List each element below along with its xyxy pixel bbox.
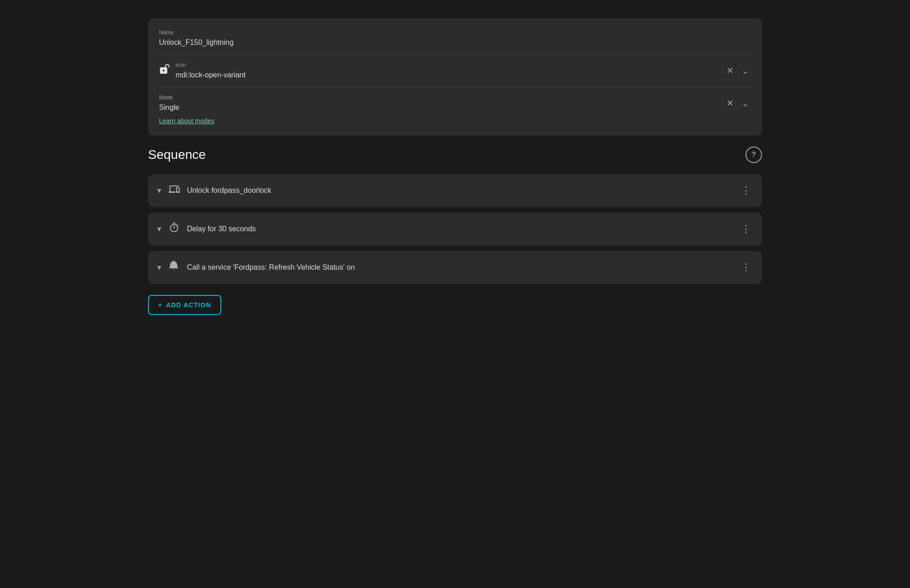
device-svg [169, 184, 180, 195]
sequence-help-button[interactable]: ? [746, 147, 762, 163]
sequence-item-service-left: ▾ Call a service 'Fordpass: Refresh Vehi… [157, 261, 355, 274]
service-call-icon [169, 261, 180, 274]
name-value: Unlock_F150_lightning [159, 38, 751, 47]
name-field-group: Name Unlock_F150_lightning [159, 29, 751, 54]
icon-field-content: Icon mdi:lock-open-variant [175, 62, 246, 79]
mode-field-controls: ✕ ⌄ [724, 96, 751, 110]
mode-clear-x-icon: ✕ [726, 98, 734, 108]
icon-field-group: Icon mdi:lock-open-variant ✕ ⌄ [159, 54, 751, 87]
unlock-more-dots-icon: ⋮ [741, 185, 751, 196]
icon-dropdown-button[interactable]: ⌄ [740, 63, 751, 78]
sequence-item-unlock-left: ▾ Unlock fordpass_doorlock [157, 184, 271, 197]
delay-more-dots-icon: ⋮ [741, 223, 751, 235]
icon-label: Icon [175, 62, 246, 68]
icon-field-left: Icon mdi:lock-open-variant [159, 62, 246, 79]
lock-open-svg [159, 64, 170, 75]
delay-timer-icon [169, 222, 180, 236]
unlock-chevron-down-icon: ▾ [157, 185, 161, 196]
icon-field-controls: ✕ ⌄ [724, 63, 751, 78]
sequence-header: Sequence ? [148, 147, 762, 163]
sequence-list: ▾ Unlock fordpass_doorlock ⋮ ▾ [148, 174, 762, 284]
sequence-item-service: ▾ Call a service 'Fordpass: Refresh Vehi… [148, 251, 762, 284]
learn-about-modes-link[interactable]: Learn about modes [159, 117, 751, 125]
mode-value: Single [159, 103, 179, 112]
service-item-chevron-button[interactable]: ▾ [157, 262, 161, 272]
mode-dropdown-button[interactable]: ⌄ [740, 96, 751, 110]
icon-value: mdi:lock-open-variant [175, 71, 246, 79]
sequence-item-unlock: ▾ Unlock fordpass_doorlock ⋮ [148, 174, 762, 207]
mode-field-left: Mode Single [159, 94, 179, 112]
icon-chevron-down-icon: ⌄ [741, 65, 749, 76]
mode-label: Mode [159, 94, 179, 101]
delay-chevron-down-icon: ▾ [157, 224, 161, 234]
add-action-button[interactable]: + ADD ACTION [148, 295, 221, 315]
service-item-label: Call a service 'Fordpass: Refresh Vehicl… [187, 263, 355, 272]
service-chevron-down-icon: ▾ [157, 262, 161, 272]
name-label: Name [159, 29, 751, 36]
delay-item-chevron-button[interactable]: ▾ [157, 224, 161, 234]
unlock-device-icon [169, 184, 180, 197]
lock-open-icon [159, 64, 170, 77]
unlock-item-chevron-button[interactable]: ▾ [157, 185, 161, 196]
sequence-item-delay-left: ▾ Delay for 30 seconds [157, 222, 256, 236]
sequence-item-delay: ▾ Delay for 30 seconds ⋮ [148, 212, 762, 245]
unlock-item-label: Unlock fordpass_doorlock [187, 186, 271, 195]
mode-clear-button[interactable]: ✕ [724, 97, 736, 109]
service-item-more-button[interactable]: ⋮ [739, 260, 753, 275]
service-more-dots-icon: ⋮ [741, 261, 751, 273]
unlock-item-more-button[interactable]: ⋮ [739, 183, 753, 198]
icon-clear-x-icon: ✕ [726, 66, 734, 75]
delay-item-more-button[interactable]: ⋮ [739, 221, 753, 237]
sequence-title: Sequence [148, 147, 206, 162]
service-svg [169, 261, 180, 272]
add-action-label: ADD ACTION [166, 301, 211, 309]
icon-field-row: Icon mdi:lock-open-variant ✕ ⌄ [159, 62, 751, 79]
help-question-icon: ? [751, 151, 756, 159]
mode-chevron-down-icon: ⌄ [741, 98, 749, 109]
timer-svg [169, 222, 180, 233]
add-action-plus-icon: + [158, 301, 162, 309]
icon-clear-button[interactable]: ✕ [724, 64, 736, 77]
mode-field-row: Mode Single ✕ ⌄ [159, 94, 751, 112]
main-container: Name Unlock_F150_lightning Icon mdi:lock… [148, 18, 762, 315]
config-card: Name Unlock_F150_lightning Icon mdi:lock… [148, 18, 762, 136]
delay-item-label: Delay for 30 seconds [187, 225, 256, 233]
mode-field-group: Mode Single ✕ ⌄ Learn about modes [159, 87, 751, 125]
